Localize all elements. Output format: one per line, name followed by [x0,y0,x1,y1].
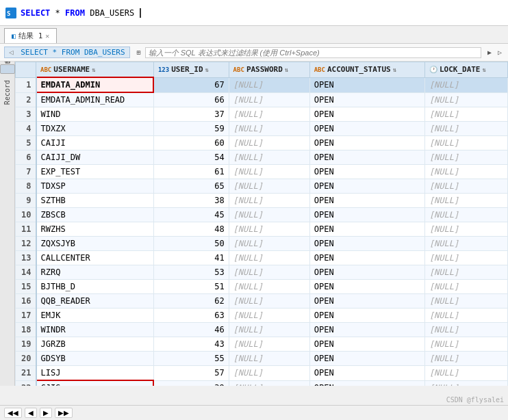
username-cell: ZQXSJYB [36,237,154,251]
userid-sort-icon[interactable]: ⇅ [205,66,209,73]
svg-text:S: S [7,10,10,17]
table-row[interactable]: 8TDXSP65[NULL]OPEN[NULL] [16,179,508,194]
username-cell: CAIJI_DW [36,150,154,165]
lock-date-cell: [NULL] [424,323,507,337]
row-number: 17 [16,309,36,323]
lock-date-cell: [NULL] [424,251,507,265]
lock-date-cell: [NULL] [424,352,507,366]
col-header-lock-date[interactable]: 🕐 LOCK_DATE ⇅ [424,62,507,78]
table-row[interactable]: 13CALLCENTER41[NULL]OPEN[NULL] [16,251,508,265]
lock-date-cell: [NULL] [424,165,507,179]
password-cell: [NULL] [229,92,309,107]
table-row[interactable]: 6CAIJI_DW54[NULL]OPEN[NULL] [16,150,508,165]
account-status-cell: OPEN [309,92,424,107]
lock-date-sort-icon[interactable]: ⇅ [483,66,486,73]
watermark: CSDN @flysalei [446,396,504,404]
account-status-cell: OPEN [309,337,424,352]
account-status-cell: OPEN [309,122,424,136]
next-page-button[interactable]: ▶ [40,408,52,418]
col-header-username[interactable]: ABC USERNAME ⇅ [36,62,154,78]
filter-sql-text: SELECT * FROM DBA_USERS [21,48,125,57]
left-sidebar: 结果 Record [0,62,15,386]
table-row[interactable]: 19JGRZB43[NULL]OPEN[NULL] [16,337,508,352]
table-row[interactable]: 12ZQXSJYB50[NULL]OPEN[NULL] [16,237,508,251]
row-number: 11 [16,222,36,237]
sidebar-tab-results[interactable]: 结果 [0,64,15,74]
user-id-cell: 57 [153,366,229,381]
last-page-button[interactable]: ▶▶ [55,408,73,418]
username-cell: WINDR [36,323,154,337]
result-tab-1[interactable]: ◧ 结果 1 ✕ [4,28,57,43]
password-cell: [NULL] [229,165,309,179]
row-number: 14 [16,265,36,280]
table-row[interactable]: 3WIND37[NULL]OPEN[NULL] [16,107,508,122]
table-row[interactable]: 17EMJK63[NULL]OPEN[NULL] [16,309,508,323]
row-number: 4 [16,122,36,136]
col-header-password[interactable]: ABC PASSWORD ⇅ [229,62,309,78]
account-status-type-icon: ABC [314,66,325,73]
password-cell: [NULL] [229,265,309,280]
sql-statement: SELECT * FROM DBA_USERS [21,8,147,18]
account-status-cell: OPEN [309,251,424,265]
table-row[interactable]: 2EMDATA_ADMIN_READ66[NULL]OPEN[NULL] [16,92,508,107]
row-num-header [16,62,36,78]
sidebar-tab-record[interactable]: Record [1,75,14,109]
first-page-button[interactable]: ◀◀ [4,408,22,418]
password-cell: [NULL] [229,179,309,194]
nav-right2-icon[interactable]: ▷ [496,48,504,57]
user-id-cell: 37 [153,107,229,122]
password-cell: [NULL] [229,309,309,323]
row-number: 13 [16,251,36,265]
user-id-cell: 67 [153,77,229,92]
table-row[interactable]: 20GDSYB55[NULL]OPEN[NULL] [16,352,508,366]
table-row[interactable]: 7EXP_TEST61[NULL]OPEN[NULL] [16,165,508,179]
results-table-container[interactable]: ABC USERNAME ⇅ 123 USER_ID ⇅ [15,62,508,386]
username-cell: TDXSP [36,179,154,194]
user-id-cell: 53 [153,265,229,280]
username-cell: EXP_TEST [36,165,154,179]
username-cell: RZRQ [36,265,154,280]
table-row[interactable]: 16QQB_READER62[NULL]OPEN[NULL] [16,294,508,309]
password-sort-icon[interactable]: ⇅ [285,66,288,73]
account-status-cell: OPEN [309,280,424,294]
table-row[interactable]: 5CAIJI60[NULL]OPEN[NULL] [16,136,508,150]
password-cell: [NULL] [229,251,309,265]
table-row[interactable]: 1EMDATA_ADMIN67[NULL]OPEN[NULL] [16,77,508,92]
table-row[interactable]: 22CJIS39[NULL]OPEN[NULL] [16,380,508,386]
account-status-cell: OPEN [309,237,424,251]
username-cell: RWZHS [36,222,154,237]
row-number: 21 [16,366,36,381]
lock-date-cell: [NULL] [424,265,507,280]
username-cell: CAIJI [36,136,154,150]
password-cell: [NULL] [229,208,309,222]
row-number: 3 [16,107,36,122]
table-row[interactable]: 9SZTHB38[NULL]OPEN[NULL] [16,194,508,208]
table-row[interactable]: 15BJTHB_D51[NULL]OPEN[NULL] [16,280,508,294]
nav-right-icon[interactable]: ▶ [485,48,494,57]
table-row[interactable]: 18WINDR46[NULL]OPEN[NULL] [16,323,508,337]
account-status-sort-icon[interactable]: ⇅ [393,66,396,73]
table-row[interactable]: 14RZRQ53[NULL]OPEN[NULL] [16,265,508,280]
username-cell: LISJ [36,366,154,381]
account-status-col-name: ACCOUNT_STATUS [327,65,391,74]
password-cell: [NULL] [229,136,309,150]
tab-close-button[interactable]: ✕ [45,32,49,40]
result-tab-icon: ◧ [12,32,16,40]
col-header-account-status[interactable]: ABC ACCOUNT_STATUS ⇅ [309,62,424,78]
filter-expression-input[interactable] [145,47,481,58]
table-row[interactable]: 21LISJ57[NULL]OPEN[NULL] [16,366,508,381]
table-row[interactable]: 4TDXZX59[NULL]OPEN[NULL] [16,122,508,136]
password-cell: [NULL] [229,280,309,294]
result-tab-label: 结果 1 [18,31,42,41]
table-row[interactable]: 10ZBSCB45[NULL]OPEN[NULL] [16,208,508,222]
table-row[interactable]: 11RWZHS48[NULL]OPEN[NULL] [16,222,508,237]
row-number: 1 [16,77,36,92]
prev-page-button[interactable]: ◀ [25,408,37,418]
password-cell: [NULL] [229,323,309,337]
username-cell: EMDATA_ADMIN_READ [36,92,154,107]
row-number: 22 [16,380,36,386]
col-header-user-id[interactable]: 123 USER_ID ⇅ [153,62,229,78]
lock-date-cell: [NULL] [424,294,507,309]
lock-date-cell: [NULL] [424,280,507,294]
username-sort-icon[interactable]: ⇅ [92,66,95,73]
